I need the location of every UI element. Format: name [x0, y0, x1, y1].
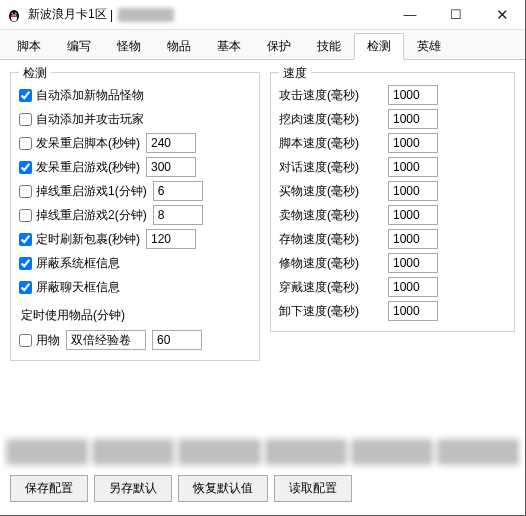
tab-3[interactable]: 物品 — [154, 33, 204, 60]
tab-4[interactable]: 基本 — [204, 33, 254, 60]
speed-input-3[interactable] — [388, 157, 438, 177]
speed-input-4[interactable] — [388, 181, 438, 201]
speed-label-1: 挖肉速度(毫秒) — [279, 111, 384, 128]
footer: 保存配置另存默认恢复默认值读取配置 — [0, 439, 525, 516]
detect-label-1: 自动添加并攻击玩家 — [36, 111, 144, 128]
detect-checkbox-6[interactable]: 定时刷新包裹(秒钟) — [19, 231, 140, 248]
detect-label-6: 定时刷新包裹(秒钟) — [36, 231, 140, 248]
footer-btn-2[interactable]: 恢复默认值 — [178, 475, 268, 502]
detect-row-4: 掉线重启游戏1(分钟) — [19, 179, 251, 203]
speed-row-3: 对话速度(毫秒) — [279, 155, 506, 179]
detect-checkbox-7[interactable]: 屏蔽系统框信息 — [19, 255, 120, 272]
timed-item-use-checkbox[interactable]: 用物 — [19, 332, 60, 349]
detect-label-4: 掉线重启游戏1(分钟) — [36, 183, 147, 200]
detect-input-4[interactable] — [153, 181, 203, 201]
speed-group-title: 速度 — [279, 65, 311, 82]
detect-group-title: 检测 — [19, 65, 51, 82]
detect-input-2[interactable] — [146, 133, 196, 153]
speed-input-8[interactable] — [388, 277, 438, 297]
speed-label-2: 脚本速度(毫秒) — [279, 135, 384, 152]
speed-label-6: 存物速度(毫秒) — [279, 231, 384, 248]
detect-row-8: 屏蔽聊天框信息 — [19, 275, 251, 299]
speed-label-0: 攻击速度(毫秒) — [279, 87, 384, 104]
footer-btn-0[interactable]: 保存配置 — [10, 475, 88, 502]
tab-strip: 脚本编写怪物物品基本保护技能检测英雄 — [0, 30, 525, 60]
maximize-button[interactable]: ☐ — [433, 0, 479, 30]
detect-checkbox-8[interactable]: 屏蔽聊天框信息 — [19, 279, 120, 296]
tab-8[interactable]: 英雄 — [404, 33, 454, 60]
speed-label-4: 买物速度(毫秒) — [279, 183, 384, 200]
speed-input-0[interactable] — [388, 85, 438, 105]
tab-1[interactable]: 编写 — [54, 33, 104, 60]
detect-row-5: 掉线重启游戏2(分钟) — [19, 203, 251, 227]
timed-item-label: 定时使用物品(分钟) — [21, 307, 251, 324]
speed-row-0: 攻击速度(毫秒) — [279, 83, 506, 107]
tab-content: 检测 自动添加新物品怪物自动添加并攻击玩家发呆重启脚本(秒钟)发呆重启游戏(秒钟… — [0, 60, 525, 367]
tab-6[interactable]: 技能 — [304, 33, 354, 60]
window-controls: — ☐ ✕ — [387, 0, 525, 30]
tab-0[interactable]: 脚本 — [4, 33, 54, 60]
detect-checkbox-2[interactable]: 发呆重启脚本(秒钟) — [19, 135, 140, 152]
speed-row-4: 买物速度(毫秒) — [279, 179, 506, 203]
speed-row-2: 脚本速度(毫秒) — [279, 131, 506, 155]
window-title-sep: | — [107, 8, 117, 22]
title-bar: 新波浪月卡1区 | — ☐ ✕ — [0, 0, 525, 30]
speed-row-9: 卸下速度(毫秒) — [279, 299, 506, 323]
footer-btn-3[interactable]: 读取配置 — [274, 475, 352, 502]
speed-label-3: 对话速度(毫秒) — [279, 159, 384, 176]
window-title: 新波浪月卡1区 — [28, 6, 107, 23]
speed-row-8: 穿戴速度(毫秒) — [279, 275, 506, 299]
detect-checkbox-0[interactable]: 自动添加新物品怪物 — [19, 87, 144, 104]
detect-row-3: 发呆重启游戏(秒钟) — [19, 155, 251, 179]
speed-row-7: 修物速度(毫秒) — [279, 251, 506, 275]
speed-input-9[interactable] — [388, 301, 438, 321]
tab-2[interactable]: 怪物 — [104, 33, 154, 60]
speed-label-7: 修物速度(毫秒) — [279, 255, 384, 272]
detect-label-7: 屏蔽系统框信息 — [36, 255, 120, 272]
speed-row-6: 存物速度(毫秒) — [279, 227, 506, 251]
detect-checkbox-1[interactable]: 自动添加并攻击玩家 — [19, 111, 144, 128]
minimize-button[interactable]: — — [387, 0, 433, 30]
timed-item-minutes-input[interactable] — [152, 330, 202, 350]
speed-group: 速度 攻击速度(毫秒)挖肉速度(毫秒)脚本速度(毫秒)对话速度(毫秒)买物速度(… — [270, 72, 515, 332]
speed-input-6[interactable] — [388, 229, 438, 249]
detect-label-2: 发呆重启脚本(秒钟) — [36, 135, 140, 152]
speed-label-9: 卸下速度(毫秒) — [279, 303, 384, 320]
status-strip-obscured — [6, 439, 519, 465]
svg-point-4 — [12, 13, 13, 14]
speed-label-8: 穿戴速度(毫秒) — [279, 279, 384, 296]
detect-input-6[interactable] — [146, 229, 196, 249]
detect-input-3[interactable] — [146, 157, 196, 177]
svg-rect-7 — [11, 15, 18, 17]
speed-input-5[interactable] — [388, 205, 438, 225]
detect-row-2: 发呆重启脚本(秒钟) — [19, 131, 251, 155]
speed-input-7[interactable] — [388, 253, 438, 273]
tab-7[interactable]: 检测 — [354, 33, 404, 60]
footer-btn-1[interactable]: 另存默认 — [94, 475, 172, 502]
speed-label-5: 卖物速度(毫秒) — [279, 207, 384, 224]
timed-item-use-label: 用物 — [36, 332, 60, 349]
speed-input-2[interactable] — [388, 133, 438, 153]
timed-item-row: 用物 — [19, 328, 251, 352]
window-title-obscured — [118, 8, 174, 22]
penguin-icon — [6, 7, 22, 23]
timed-item-name-input[interactable] — [66, 330, 146, 350]
detect-label-3: 发呆重启游戏(秒钟) — [36, 159, 140, 176]
tab-5[interactable]: 保护 — [254, 33, 304, 60]
detect-checkbox-3[interactable]: 发呆重启游戏(秒钟) — [19, 159, 140, 176]
detect-row-0: 自动添加新物品怪物 — [19, 83, 251, 107]
detect-label-8: 屏蔽聊天框信息 — [36, 279, 120, 296]
detect-row-7: 屏蔽系统框信息 — [19, 251, 251, 275]
detect-input-5[interactable] — [153, 205, 203, 225]
speed-input-1[interactable] — [388, 109, 438, 129]
detect-group: 检测 自动添加新物品怪物自动添加并攻击玩家发呆重启脚本(秒钟)发呆重启游戏(秒钟… — [10, 72, 260, 361]
detect-checkbox-4[interactable]: 掉线重启游戏1(分钟) — [19, 183, 147, 200]
detect-row-1: 自动添加并攻击玩家 — [19, 107, 251, 131]
svg-point-5 — [15, 13, 16, 14]
detect-label-5: 掉线重启游戏2(分钟) — [36, 207, 147, 224]
speed-row-5: 卖物速度(毫秒) — [279, 203, 506, 227]
detect-label-0: 自动添加新物品怪物 — [36, 87, 144, 104]
detect-checkbox-5[interactable]: 掉线重启游戏2(分钟) — [19, 207, 147, 224]
close-button[interactable]: ✕ — [479, 0, 525, 30]
detect-row-6: 定时刷新包裹(秒钟) — [19, 227, 251, 251]
